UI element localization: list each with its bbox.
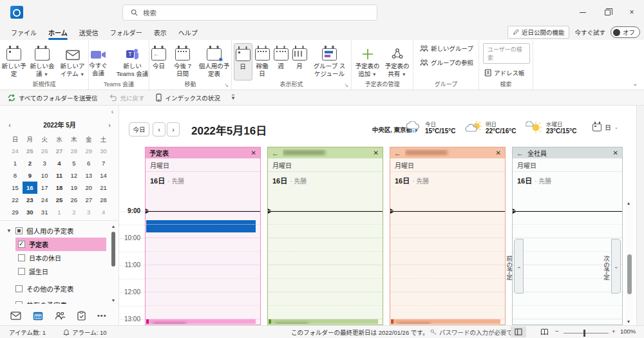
new-teams-meeting-button[interactable]: T 新しい Teams 会議 <box>113 43 153 80</box>
mini-calendar-day[interactable]: 20 <box>81 182 96 194</box>
close-icon[interactable]: ✕ <box>496 149 501 156</box>
day-grid[interactable] <box>390 199 505 324</box>
mini-calendar-day[interactable]: 17 <box>37 182 52 194</box>
collapse-ribbon-icon[interactable]: ⌄ <box>632 80 638 87</box>
column-header[interactable]: ← ✕ <box>268 147 383 158</box>
mini-calendar-day[interactable]: 13 <box>81 169 96 182</box>
collapse-pane-icon[interactable]: ‹ <box>111 108 113 115</box>
next-appointment-tab[interactable]: › 次の予定 <box>611 239 621 294</box>
back-arrow-icon[interactable]: ← <box>272 150 279 156</box>
mini-calendar-day[interactable]: 31 <box>37 206 52 218</box>
mini-calendar-day[interactable]: 3 <box>81 206 96 218</box>
column-header[interactable]: 予定表 ✕ <box>146 147 260 158</box>
calendar-group-my-calendars[interactable]: ▼ 個人用の予定表 <box>0 224 119 238</box>
mini-calendar-day[interactable]: 18 <box>52 182 67 194</box>
scroll-down-icon[interactable]: ▼ <box>110 298 117 303</box>
coming-soon-button[interactable]: 近日公開の機能 <box>507 26 570 39</box>
mini-calendar-day[interactable]: 19 <box>66 182 81 194</box>
password-needed-status[interactable]: パスワードの入力が必要です <box>430 328 519 337</box>
view-mode-dropdown[interactable]: 日 ⌄ <box>592 122 618 132</box>
mini-calendar-day[interactable]: 28 <box>96 194 111 206</box>
reading-view-button[interactable] <box>536 326 552 337</box>
next-7-days-button[interactable]: 今後 7 日間 <box>170 43 196 80</box>
weather-tomorrow[interactable]: 明日22°C/16°C <box>465 120 516 135</box>
close-icon[interactable]: ✕ <box>613 149 618 156</box>
index-status-button[interactable]: インデックスの状況 <box>156 93 220 102</box>
close-icon[interactable]: ✕ <box>251 149 256 156</box>
mini-calendar-day[interactable]: 29 <box>8 206 23 218</box>
calendar-group-other[interactable]: その他の予定表 <box>0 282 119 296</box>
search-input[interactable]: 検索 <box>122 5 377 21</box>
column-header[interactable]: ← ✕ <box>390 147 505 158</box>
checkbox[interactable] <box>15 285 23 292</box>
tab-file[interactable]: ファイル <box>5 25 43 40</box>
weather-today[interactable]: 今日15°C/15°C <box>406 120 455 135</box>
checkbox[interactable] <box>15 301 23 304</box>
chevron-down-icon[interactable]: ▼ <box>6 228 12 234</box>
mini-calendar-day[interactable]: 6 <box>81 157 96 169</box>
tab-view[interactable]: 表示 <box>148 25 173 40</box>
previous-appointment-tab[interactable]: ‹ 前の予定 <box>514 239 524 294</box>
appointment-block[interactable] <box>391 319 500 324</box>
more-modules-icon[interactable]: ••• <box>97 312 107 319</box>
mini-calendar-day[interactable]: 2 <box>66 206 81 218</box>
mini-calendar-day[interactable]: 5 <box>66 157 81 169</box>
zoom-out-button[interactable]: − <box>555 328 559 335</box>
zoom-in-button[interactable]: + <box>612 328 616 335</box>
tab-help[interactable]: ヘルプ <box>173 25 204 40</box>
tab-home[interactable]: ホーム <box>43 25 73 40</box>
send-receive-all-button[interactable]: すべてのフォルダーを送受信 <box>8 93 97 102</box>
mini-calendar-day[interactable]: 30 <box>23 206 37 218</box>
checkbox-partial[interactable] <box>15 227 23 234</box>
calendar-item-holidays[interactable]: 日本の休日 <box>15 251 119 265</box>
mini-calendar-day[interactable]: 29 <box>81 145 96 157</box>
sidebar-scrollbar[interactable]: ▲ ▼ <box>110 224 117 303</box>
appointment-block[interactable] <box>146 220 256 232</box>
restore-button[interactable] <box>595 0 620 24</box>
share-calendar-button[interactable]: 予定表の共有 ▼ <box>383 43 412 80</box>
minimize-button[interactable] <box>571 0 595 24</box>
view-month-button[interactable]: 月 <box>291 43 308 80</box>
new-group-button[interactable]: 新しいグループ <box>419 43 475 53</box>
appointment-block[interactable] <box>146 319 256 324</box>
mini-calendar-day[interactable]: 22 <box>8 194 23 206</box>
day-grid[interactable] <box>268 199 383 324</box>
mini-calendar-day[interactable]: 4 <box>96 206 111 218</box>
zoom-slider-thumb[interactable] <box>583 330 585 337</box>
mini-calendar-day[interactable]: 1 <box>8 157 23 169</box>
prev-month-icon[interactable]: ‹ <box>0 121 19 129</box>
browse-groups-button[interactable]: グループの参照 <box>419 57 475 68</box>
calendar-view-button[interactable] <box>511 326 526 337</box>
coming-soon-toggle[interactable]: オフ <box>611 26 640 38</box>
view-work-week-button[interactable]: 稼働日 <box>254 43 271 80</box>
meet-now-button[interactable]: 今すぐ会議 <box>86 43 111 80</box>
next-day-button[interactable]: › <box>167 122 180 136</box>
checkbox[interactable] <box>18 268 25 275</box>
previous-day-button[interactable]: ‹ <box>153 122 166 136</box>
calendar-item-birthdays[interactable]: 誕生日 <box>15 265 119 278</box>
scroll-up-icon[interactable]: ▲ <box>110 224 117 229</box>
mini-calendar-day[interactable]: 15 <box>8 182 23 194</box>
checkbox-checked[interactable] <box>18 241 25 248</box>
next-month-icon[interactable]: › <box>100 121 119 129</box>
go-to-today-button[interactable]: 今日 <box>129 122 149 136</box>
mini-calendar-day[interactable]: 8 <box>8 169 23 182</box>
mini-calendar-day[interactable]: 11 <box>52 169 67 182</box>
go-today-button[interactable]: ← 今日 <box>149 43 169 80</box>
undo-button[interactable]: 元に戻す <box>109 93 144 102</box>
close-button[interactable]: × <box>620 0 644 24</box>
weather-wednesday[interactable]: 水曜日23°C/15°C <box>526 120 576 135</box>
mini-calendar-day[interactable]: 26 <box>37 145 52 157</box>
calendar-scrollbar[interactable]: ▲ ▼ <box>625 200 634 325</box>
checkbox[interactable] <box>18 254 25 261</box>
view-week-button[interactable]: 週 <box>272 43 290 80</box>
new-items-button[interactable]: 新しいアイテム ▼ <box>57 43 88 80</box>
mini-calendar-day[interactable]: 23 <box>23 194 37 206</box>
mini-calendar-day[interactable]: 7 <box>96 157 111 169</box>
mail-icon[interactable] <box>10 312 21 320</box>
mini-calendar-day[interactable]: 24 <box>37 194 52 206</box>
mini-calendar-day[interactable]: 24 <box>8 145 23 157</box>
appointment-block[interactable] <box>269 319 378 324</box>
close-icon[interactable]: ✕ <box>374 149 379 156</box>
mini-calendar-day[interactable]: 30 <box>96 145 111 157</box>
